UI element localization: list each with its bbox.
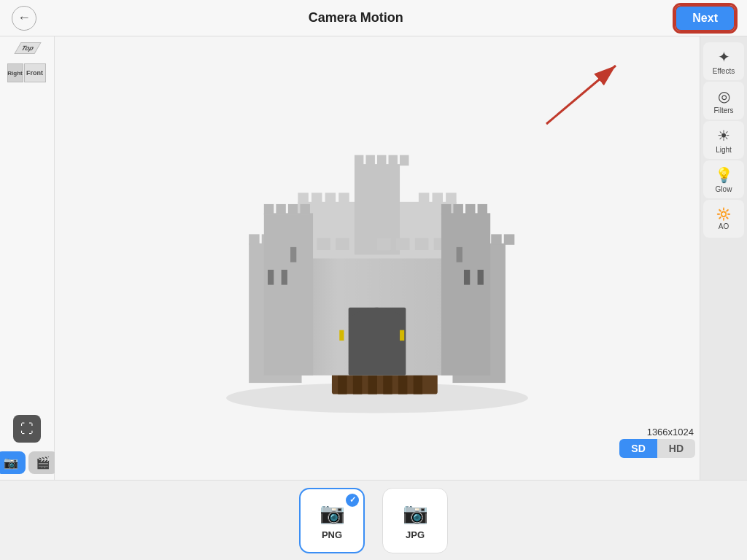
castle-viewport[interactable] (55, 36, 700, 480)
svg-rect-71 (400, 330, 404, 340)
svg-rect-63 (433, 192, 443, 203)
svg-rect-46 (276, 204, 285, 214)
svg-rect-68 (478, 270, 484, 285)
svg-rect-52 (478, 204, 487, 214)
ao-icon: 🔆 (716, 207, 731, 221)
svg-rect-51 (465, 204, 475, 214)
svg-rect-66 (282, 270, 287, 285)
svg-rect-57 (400, 155, 409, 165)
jpg-format-button[interactable]: 📷 JPG (382, 488, 448, 553)
glow-icon: 💡 (715, 166, 733, 184)
svg-rect-65 (268, 270, 274, 285)
effects-tool-button[interactable]: ✦ Effects (703, 42, 744, 80)
effects-icon: ✦ (718, 48, 730, 66)
png-camera-icon: 📷 (320, 501, 345, 525)
view-cube[interactable]: Top Right Front (7, 42, 47, 82)
svg-rect-47 (288, 204, 298, 214)
svg-rect-34 (249, 234, 259, 244)
cube-front-face[interactable]: Front (24, 63, 46, 82)
next-button[interactable]: Next (675, 5, 735, 31)
filters-label: Filters (713, 106, 733, 114)
bottom-bar: ✓ 📷 PNG 📷 JPG (0, 480, 747, 560)
photo-mode-button[interactable]: 📷 (0, 451, 26, 474)
sd-button[interactable]: SD (619, 439, 657, 458)
resolution-label: 1366x1024 (647, 427, 694, 438)
svg-rect-45 (264, 204, 274, 214)
hd-button[interactable]: HD (657, 439, 695, 458)
svg-rect-58 (298, 192, 308, 203)
svg-rect-59 (311, 192, 322, 203)
quality-bar: SD HD (619, 439, 695, 458)
svg-rect-44 (441, 213, 490, 375)
svg-rect-28 (336, 238, 349, 250)
ao-label: AO (719, 222, 729, 230)
svg-rect-53 (355, 155, 363, 165)
glow-label: Glow (716, 185, 732, 193)
svg-rect-30 (396, 238, 410, 250)
svg-rect-31 (415, 238, 429, 250)
header: ← Camera Motion Next (0, 0, 747, 36)
svg-rect-56 (389, 155, 398, 165)
camera-mode-bar: 📷 🎬 (0, 451, 58, 474)
back-button[interactable]: ← (12, 6, 36, 31)
svg-rect-50 (453, 204, 462, 214)
filters-tool-button[interactable]: ◎ Filters (703, 82, 744, 120)
effects-label: Effects (713, 67, 735, 75)
svg-rect-41 (491, 234, 501, 244)
header-title: Camera Motion (309, 10, 403, 26)
svg-rect-55 (377, 155, 386, 165)
jpg-label: JPG (406, 529, 425, 540)
svg-rect-67 (464, 270, 470, 285)
svg-rect-43 (264, 213, 313, 375)
png-format-button[interactable]: ✓ 📷 PNG (299, 488, 365, 553)
fullscreen-button[interactable]: ⛶ (13, 415, 41, 443)
fullscreen-icon: ⛶ (20, 421, 34, 437)
left-sidebar: Top Right Front ⛶ 📷 🎬 (0, 36, 55, 480)
light-tool-button[interactable]: ☀ Light (703, 121, 744, 159)
png-label: PNG (322, 529, 342, 540)
svg-rect-69 (290, 246, 296, 262)
svg-rect-42 (504, 234, 514, 244)
right-sidebar: ✦ Effects ◎ Filters ☀ Light 💡 Glow 🔆 AO (700, 36, 747, 480)
main-area: Top Right Front ⛶ 📷 🎬 (0, 36, 747, 480)
svg-rect-60 (325, 192, 336, 203)
cube-right-face[interactable]: Right (7, 63, 23, 82)
svg-rect-27 (317, 238, 330, 250)
svg-rect-54 (365, 155, 374, 165)
jpg-camera-icon: 📷 (403, 501, 428, 525)
light-icon: ☀ (717, 127, 730, 144)
video-mode-button[interactable]: 🎬 (28, 451, 58, 474)
light-label: Light (716, 146, 732, 154)
svg-rect-62 (419, 192, 429, 203)
cube-top-face[interactable]: Top (14, 42, 41, 54)
svg-rect-72 (339, 330, 344, 340)
filters-icon: ◎ (718, 88, 730, 105)
svg-rect-48 (300, 204, 309, 214)
svg-rect-61 (338, 192, 349, 203)
svg-rect-29 (377, 238, 391, 250)
svg-rect-64 (446, 192, 456, 203)
glow-tool-button[interactable]: 💡 Glow (703, 160, 744, 198)
svg-rect-70 (457, 246, 462, 262)
ao-tool-button[interactable]: 🔆 AO (703, 200, 744, 238)
png-check-badge: ✓ (346, 494, 359, 507)
canvas-area: 1366x1024 SD HD (55, 36, 700, 480)
svg-rect-49 (441, 204, 451, 214)
